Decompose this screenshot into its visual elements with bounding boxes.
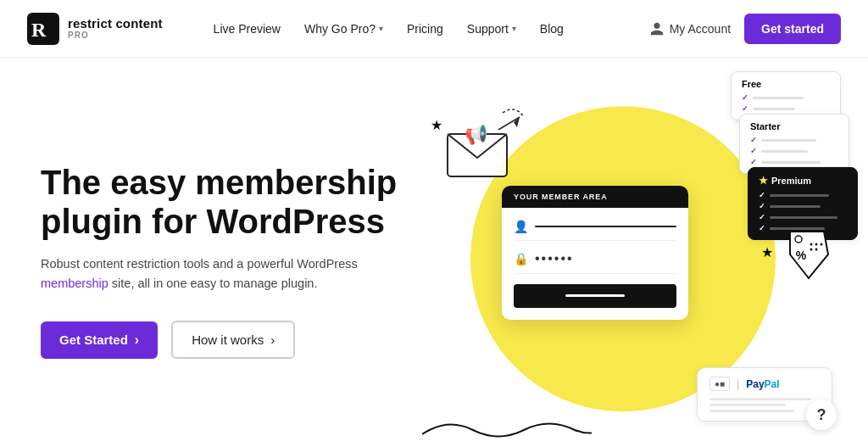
payment-lines — [709, 398, 820, 412]
chevron-down-icon: ▾ — [379, 24, 383, 33]
pricing-cards: Free ✓ ✓ Starter ✓ ✓ ✓ ★ Premium — [714, 71, 824, 254]
hero-buttons: Get Started › How it works › — [41, 321, 405, 359]
hero-subtitle: Robust content restriction tools and a p… — [41, 254, 363, 293]
svg-text:📢: 📢 — [465, 123, 488, 146]
nav-live-preview[interactable]: Live Preview — [214, 22, 281, 36]
logo[interactable]: R restrict content PRO — [27, 13, 163, 45]
chevron-down-icon-2: ▾ — [512, 24, 516, 33]
nav-support[interactable]: Support ▾ — [467, 22, 516, 36]
nav-links: Live Preview Why Go Pro? ▾ Pricing Suppo… — [214, 22, 649, 36]
member-login-button[interactable] — [514, 284, 676, 308]
arrow-right-icon: › — [135, 332, 139, 348]
member-area-card: YOUR MEMBER AREA 👤 🔒 •••••• — [502, 186, 688, 320]
logo-icon: R — [27, 13, 59, 45]
membership-link[interactable]: membership — [41, 277, 108, 290]
hero-content: The easy membership plugin for WordPress… — [41, 146, 405, 359]
starter-card-title: Starter — [750, 121, 838, 131]
hero-title: The easy membership plugin for WordPress — [41, 163, 405, 241]
member-card-header: YOUR MEMBER AREA — [502, 186, 688, 208]
envelope-illustration: 📢 — [439, 109, 524, 188]
logo-name: restrict content — [68, 17, 163, 31]
svg-text:%: % — [796, 249, 807, 262]
my-account-link[interactable]: My Account — [649, 21, 731, 36]
nav-right: My Account Get started — [649, 14, 841, 44]
member-username-field: 👤 — [514, 220, 676, 241]
starter-card: Starter ✓ ✓ ✓ — [739, 114, 849, 174]
arrow-right-icon-2: › — [270, 332, 275, 347]
password-dots: •••••• — [535, 251, 574, 266]
payment-logos: ●■ | PayPal — [709, 377, 820, 391]
card-icon: ●■ — [709, 377, 730, 391]
paypal-logo: PayPal — [746, 378, 779, 390]
svg-point-13 — [815, 249, 818, 251]
member-card-body: 👤 🔒 •••••• — [502, 208, 688, 320]
svg-point-11 — [821, 243, 823, 246]
svg-point-12 — [810, 249, 813, 251]
navbar: R restrict content PRO Live Preview Why … — [0, 0, 868, 58]
envelope-svg: 📢 — [439, 109, 524, 185]
member-btn-line — [565, 294, 625, 297]
nav-blog[interactable]: Blog — [540, 22, 564, 36]
logo-pro: PRO — [68, 31, 163, 40]
member-password-field: 🔒 •••••• — [514, 251, 676, 274]
user-icon: 👤 — [514, 220, 528, 233]
hero-section: The easy membership plugin for WordPress… — [0, 58, 868, 447]
free-card-title: Free — [742, 79, 830, 89]
account-icon — [649, 21, 665, 36]
help-button[interactable]: ? — [806, 400, 837, 430]
svg-point-10 — [815, 243, 818, 246]
nav-get-started-button[interactable]: Get started — [744, 14, 841, 44]
hero-illustration: ★ ★ 📢 Fr — [405, 58, 841, 447]
nav-why-go-pro[interactable]: Why Go Pro? ▾ — [304, 22, 383, 36]
premium-card-title: ★ Premium — [759, 175, 847, 187]
divider: | — [737, 378, 739, 390]
lock-icon: 🔒 — [514, 252, 528, 265]
svg-point-9 — [810, 243, 813, 246]
wave-decoration — [422, 413, 592, 447]
hero-get-started-button[interactable]: Get Started › — [41, 321, 158, 359]
svg-text:R: R — [31, 19, 47, 41]
hero-how-it-works-button[interactable]: How it works › — [171, 321, 295, 359]
nav-pricing[interactable]: Pricing — [407, 22, 443, 36]
discount-tag: % — [786, 227, 832, 286]
